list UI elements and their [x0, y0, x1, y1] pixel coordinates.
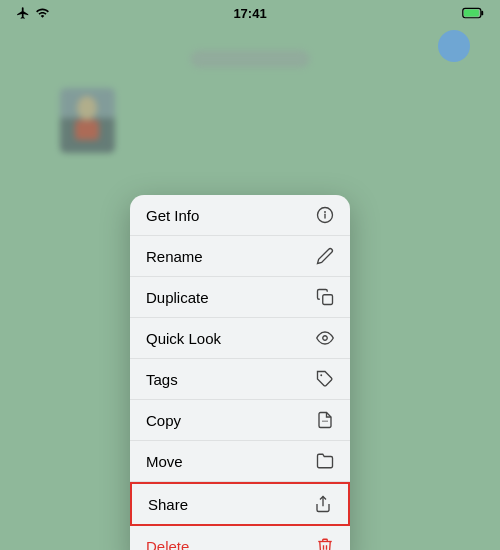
trash-icon — [316, 537, 334, 550]
blue-circle-decoration — [438, 30, 470, 62]
status-time: 17:41 — [233, 6, 266, 21]
menu-item-quick-look-label: Quick Look — [146, 330, 221, 347]
status-bar: 17:41 — [0, 0, 500, 24]
status-left-icons — [16, 6, 50, 20]
menu-item-rename-label: Rename — [146, 248, 203, 265]
svg-rect-1 — [464, 9, 479, 16]
menu-item-copy[interactable]: Copy — [130, 400, 350, 441]
pencil-icon — [316, 247, 334, 265]
wifi-icon — [35, 6, 50, 20]
duplicate-icon — [316, 288, 334, 306]
menu-item-share[interactable]: Share — [130, 482, 350, 526]
svg-rect-13 — [322, 421, 328, 422]
context-menu: Get Info Rename Duplicate Quick — [130, 195, 350, 550]
info-circle-icon — [316, 206, 334, 224]
svg-point-5 — [77, 96, 97, 120]
menu-item-duplicate[interactable]: Duplicate — [130, 277, 350, 318]
menu-item-delete[interactable]: Delete — [130, 526, 350, 550]
menu-item-tags[interactable]: Tags — [130, 359, 350, 400]
status-right-icons — [462, 7, 484, 19]
svg-point-11 — [323, 336, 328, 341]
svg-rect-10 — [323, 295, 333, 305]
bg-name-placeholder — [190, 50, 310, 68]
menu-item-share-label: Share — [148, 496, 188, 513]
airplane-icon — [16, 6, 30, 20]
tag-icon — [316, 370, 334, 388]
folder-icon — [316, 452, 334, 470]
menu-item-get-info-label: Get Info — [146, 207, 199, 224]
menu-item-move-label: Move — [146, 453, 183, 470]
menu-item-delete-label: Delete — [146, 538, 189, 551]
menu-item-rename[interactable]: Rename — [130, 236, 350, 277]
menu-item-get-info[interactable]: Get Info — [130, 195, 350, 236]
menu-item-tags-label: Tags — [146, 371, 178, 388]
eye-icon — [316, 329, 334, 347]
background-content — [0, 30, 500, 173]
svg-rect-6 — [75, 120, 99, 140]
menu-item-quick-look[interactable]: Quick Look — [130, 318, 350, 359]
menu-item-move[interactable]: Move — [130, 441, 350, 482]
battery-icon — [462, 7, 484, 19]
menu-item-copy-label: Copy — [146, 412, 181, 429]
menu-item-duplicate-label: Duplicate — [146, 289, 209, 306]
share-icon — [314, 495, 332, 513]
svg-rect-2 — [481, 11, 483, 16]
file-thumbnail-bg — [60, 88, 115, 153]
copy-icon — [316, 411, 334, 429]
